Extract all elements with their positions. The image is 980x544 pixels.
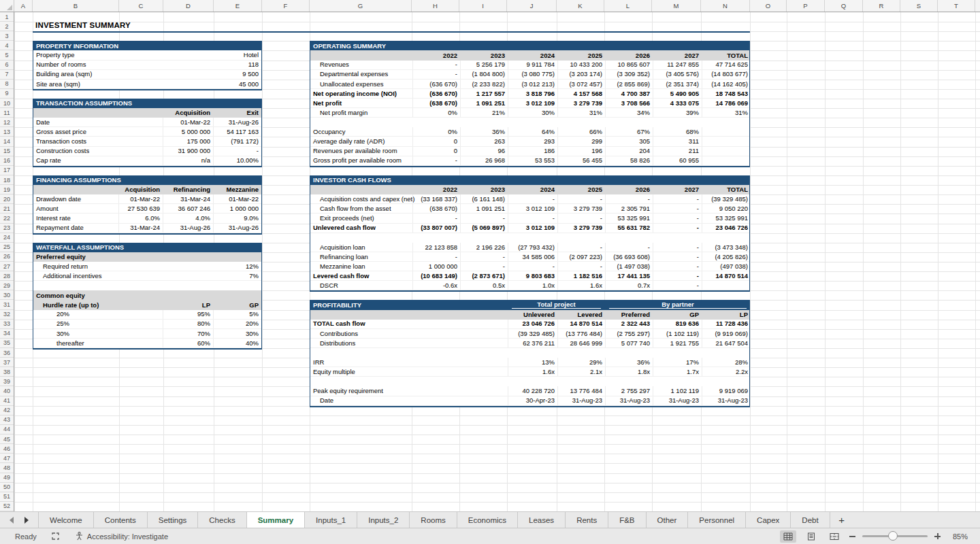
- cell[interactable]: Site area (sqm): [33, 80, 186, 88]
- cell[interactable]: Cash flow from the asset: [310, 204, 412, 213]
- cell[interactable]: Levered: [557, 310, 605, 320]
- cell[interactable]: -: [213, 147, 261, 156]
- sheet-tab-summary[interactable]: Summary: [247, 512, 305, 528]
- cell[interactable]: 10 433 200: [557, 61, 605, 69]
- sheet-tab-debt[interactable]: Debt: [791, 512, 830, 528]
- cell[interactable]: 54 117 163: [213, 127, 261, 136]
- cell[interactable]: 9 050 220: [702, 204, 751, 213]
- cell[interactable]: 5 077 740: [605, 339, 653, 347]
- table-title[interactable]: FINANCING ASSUMPTIONS: [33, 175, 261, 185]
- row-header-27[interactable]: 27: [0, 262, 14, 271]
- row-header-24[interactable]: 24: [0, 233, 14, 243]
- cell[interactable]: Net profit: [310, 99, 412, 107]
- cell[interactable]: (2 755 297): [605, 329, 653, 338]
- cell[interactable]: [310, 50, 412, 60]
- cell[interactable]: Drawdown date: [33, 194, 118, 203]
- cell[interactable]: thereafter: [33, 339, 163, 347]
- cell[interactable]: 30%: [508, 108, 557, 117]
- cell[interactable]: 1.0x: [508, 281, 557, 290]
- cell[interactable]: Departmental expenses: [310, 70, 412, 79]
- sheet-tab-economics[interactable]: Economics: [457, 512, 518, 528]
- cell[interactable]: 2026: [605, 50, 653, 60]
- cell[interactable]: (2 351 374): [653, 80, 702, 88]
- cell[interactable]: 36%: [460, 127, 508, 136]
- cell[interactable]: Peak equity requirement: [310, 386, 508, 395]
- spreadsheet-grid[interactable]: 1234567891011121314151617181920212223242…: [0, 0, 980, 511]
- cell[interactable]: Occupancy: [310, 127, 412, 136]
- cell[interactable]: Average daily rate (ADR): [310, 137, 412, 146]
- cell[interactable]: Construction costs: [33, 147, 163, 156]
- cell[interactable]: TOTAL: [702, 185, 751, 194]
- cell[interactable]: 4 700 387: [605, 89, 653, 98]
- cell[interactable]: 28%: [702, 358, 751, 367]
- cell[interactable]: [310, 377, 749, 386]
- row-header-13[interactable]: 13: [0, 127, 14, 137]
- cell[interactable]: 3 279 739: [557, 224, 605, 233]
- row-header-14[interactable]: 14: [0, 137, 14, 146]
- cell[interactable]: 4 333 075: [653, 99, 702, 107]
- cell[interactable]: 263: [460, 137, 508, 146]
- row-header-51[interactable]: 51: [0, 492, 14, 502]
- row-header-1[interactable]: 1: [0, 12, 14, 22]
- row-header-4[interactable]: 4: [0, 41, 14, 50]
- row-header-26[interactable]: 26: [0, 252, 14, 262]
- cell[interactable]: 1 182 516: [557, 271, 605, 280]
- cell[interactable]: 62 376 211: [508, 339, 557, 347]
- row-header-32[interactable]: 32: [0, 310, 14, 320]
- cell[interactable]: -: [412, 214, 460, 222]
- row-header-18[interactable]: 18: [0, 175, 14, 185]
- cell[interactable]: Revenues: [310, 61, 412, 69]
- cell[interactable]: 311: [653, 137, 702, 146]
- cell[interactable]: (2 873 671): [460, 271, 508, 280]
- column-header-F[interactable]: F: [262, 0, 310, 12]
- cell[interactable]: -: [653, 252, 702, 261]
- cell[interactable]: Gross profit per available room: [310, 156, 412, 165]
- select-all-button[interactable]: [0, 0, 14, 12]
- cell[interactable]: Required return: [33, 262, 213, 271]
- row-header-34[interactable]: 34: [0, 329, 14, 339]
- cell[interactable]: Refinancing: [163, 185, 213, 194]
- cell[interactable]: Gross asset price: [33, 127, 163, 136]
- cell[interactable]: 2025: [557, 185, 605, 194]
- cell[interactable]: -: [412, 156, 460, 165]
- column-header-H[interactable]: H: [412, 0, 459, 12]
- cell[interactable]: 1 000 000: [213, 204, 261, 213]
- cell[interactable]: 12%: [213, 262, 261, 271]
- cell[interactable]: Date: [310, 396, 508, 405]
- cell[interactable]: (791 172): [213, 137, 261, 146]
- row-header-5[interactable]: 5: [0, 50, 14, 60]
- column-header-N[interactable]: N: [701, 0, 750, 12]
- cell[interactable]: 1 000 000: [412, 262, 460, 271]
- cell[interactable]: -: [460, 262, 508, 271]
- sheet-tab-rooms[interactable]: Rooms: [410, 512, 457, 528]
- row-header-44[interactable]: 44: [0, 425, 14, 435]
- column-header-M[interactable]: M: [652, 0, 701, 12]
- cell[interactable]: 2.2x: [702, 367, 751, 376]
- cell[interactable]: 10.00%: [213, 156, 261, 165]
- row-header-28[interactable]: 28: [0, 271, 14, 281]
- cell[interactable]: (636 670): [412, 80, 460, 88]
- cell[interactable]: 3 279 739: [557, 204, 605, 213]
- cell[interactable]: Acquisition: [118, 185, 163, 194]
- cell[interactable]: (39 329 485): [508, 329, 557, 338]
- cell[interactable]: 01-Mar-22: [213, 194, 261, 203]
- cell[interactable]: [33, 185, 118, 194]
- cell[interactable]: 31%: [702, 108, 751, 117]
- cell[interactable]: Refinancing loan: [310, 252, 412, 261]
- macro-record-icon[interactable]: [48, 530, 64, 543]
- cell[interactable]: 175 000: [163, 137, 213, 146]
- cell[interactable]: [33, 281, 261, 290]
- column-header-D[interactable]: D: [163, 0, 214, 12]
- cell[interactable]: (2 855 869): [605, 80, 653, 88]
- cell[interactable]: (1 102 119): [653, 329, 702, 338]
- cell[interactable]: 9 911 784: [508, 61, 557, 69]
- cell[interactable]: 66%: [557, 127, 605, 136]
- cell[interactable]: 9 803 683: [508, 271, 557, 280]
- cell[interactable]: Date: [33, 118, 163, 126]
- cell[interactable]: 299: [557, 137, 605, 146]
- cell[interactable]: 10 865 607: [605, 61, 653, 69]
- cell[interactable]: 23 046 726: [508, 320, 557, 328]
- cell[interactable]: Cap rate: [33, 156, 163, 165]
- row-header-8[interactable]: 8: [0, 80, 14, 89]
- cell[interactable]: 2025: [557, 50, 605, 60]
